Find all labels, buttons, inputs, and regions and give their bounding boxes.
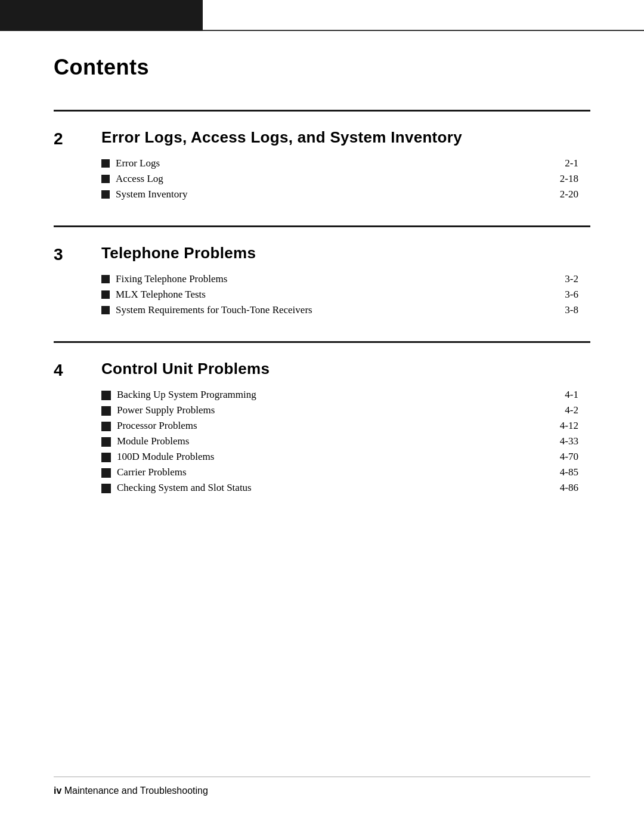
chapter-content-2: Error Logs, Access Logs, and System Inve… (101, 128, 590, 204)
toc-label: Checking System and Slot Status (117, 482, 543, 494)
chapter-title-4: Control Unit Problems (101, 360, 590, 378)
toc-label: Processor Problems (117, 420, 543, 432)
toc-entry: System Inventory2-20 (101, 188, 590, 200)
toc-page-number: 4-2 (543, 404, 590, 416)
toc-bullet-icon (101, 468, 111, 478)
footer-text: iv Maintenance and Troubleshooting (54, 785, 208, 796)
toc-label: MLX Telephone Tests (116, 289, 543, 301)
chapter-block-4: 4Control Unit ProblemsBacking Up System … (54, 343, 590, 519)
toc-bullet-icon (101, 422, 111, 431)
chapter-block-2: 2Error Logs, Access Logs, and System Inv… (54, 112, 590, 225)
toc-page-number: 3-8 (543, 304, 590, 316)
footer: iv Maintenance and Troubleshooting (54, 777, 590, 796)
toc-page-number: 3-2 (543, 273, 590, 285)
toc-page-number: 2-20 (543, 188, 590, 200)
chapter-content-3: Telephone ProblemsFixing Telephone Probl… (101, 244, 590, 320)
toc-entry: Fixing Telephone Problems3-2 (101, 273, 590, 285)
toc-entry: Access Log2-18 (101, 173, 590, 185)
toc-bullet-icon (101, 175, 110, 183)
toc-entry: Power Supply Problems4-2 (101, 404, 590, 416)
toc-bullet-icon (101, 275, 110, 283)
chapter-number-4: 4 (54, 360, 101, 497)
chapter-title-2: Error Logs, Access Logs, and System Inve… (101, 128, 590, 147)
toc-label: Access Log (116, 173, 543, 185)
toc-page-number: 4-1 (543, 389, 590, 401)
toc-bullet-icon (101, 306, 110, 314)
toc-entry: Checking System and Slot Status4-86 (101, 482, 590, 494)
toc-bullet-icon (101, 406, 111, 416)
chapter-block-3: 3Telephone ProblemsFixing Telephone Prob… (54, 227, 590, 341)
toc-label: Backing Up System Programming (117, 389, 543, 401)
toc-page-number: 2-18 (543, 173, 590, 185)
toc-entry: Backing Up System Programming4-1 (101, 389, 590, 401)
toc-label: Error Logs (116, 157, 543, 169)
content-area: Contents 2Error Logs, Access Logs, and S… (0, 55, 644, 519)
toc-bullet-icon (101, 190, 110, 199)
chapter-number-3: 3 (54, 244, 101, 320)
toc-entry: Module Problems4-33 (101, 435, 590, 447)
toc-bullet-icon (101, 391, 111, 400)
toc-bullet-icon (101, 484, 111, 493)
toc-page-number: 4-12 (543, 420, 590, 432)
toc-entry: System Requirements for Touch-Tone Recei… (101, 304, 590, 316)
toc-entry: MLX Telephone Tests3-6 (101, 289, 590, 301)
toc-label: Carrier Problems (117, 466, 543, 478)
page-title: Contents (54, 55, 590, 80)
toc-bullet-icon (101, 453, 111, 462)
top-bar-dark-block (0, 0, 203, 31)
toc-label: Module Problems (117, 435, 543, 447)
toc-bullet-icon (101, 290, 110, 299)
chapters-container: 2Error Logs, Access Logs, and System Inv… (54, 110, 590, 519)
footer-bold: iv (54, 785, 61, 796)
toc-label: System Inventory (116, 188, 543, 200)
toc-entry: Processor Problems4-12 (101, 420, 590, 432)
toc-bullet-icon (101, 159, 110, 168)
toc-entry: 100D Module Problems4-70 (101, 451, 590, 463)
chapter-number-2: 2 (54, 128, 101, 204)
chapter-content-4: Control Unit ProblemsBacking Up System P… (101, 360, 590, 497)
toc-label: System Requirements for Touch-Tone Recei… (116, 304, 543, 316)
top-bar (0, 0, 644, 31)
toc-label: 100D Module Problems (117, 451, 543, 463)
footer-regular: Maintenance and Troubleshooting (61, 785, 208, 796)
toc-page-number: 4-86 (543, 482, 590, 494)
toc-label: Fixing Telephone Problems (116, 273, 543, 285)
toc-page-number: 4-70 (543, 451, 590, 463)
toc-page-number: 4-85 (543, 466, 590, 478)
top-bar-line (203, 30, 644, 31)
toc-entry: Carrier Problems4-85 (101, 466, 590, 478)
toc-bullet-icon (101, 437, 111, 447)
toc-entry: Error Logs2-1 (101, 157, 590, 169)
toc-label: Power Supply Problems (117, 404, 543, 416)
toc-page-number: 3-6 (543, 289, 590, 301)
page: Contents 2Error Logs, Access Logs, and S… (0, 0, 644, 832)
chapter-title-3: Telephone Problems (101, 244, 590, 262)
toc-page-number: 4-33 (543, 435, 590, 447)
toc-page-number: 2-1 (543, 157, 590, 169)
